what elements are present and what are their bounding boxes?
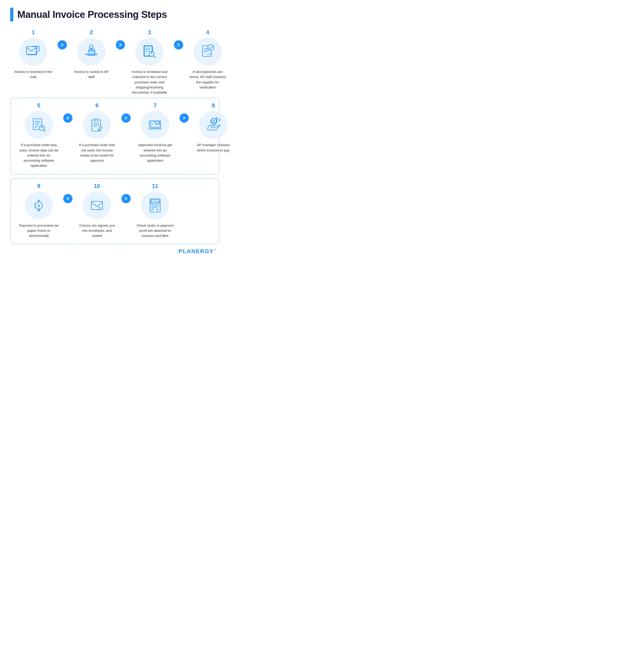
step-icon-circle-11: INVOICE $	[141, 191, 169, 220]
svg-rect-40	[95, 119, 98, 121]
step-number-3: 3	[148, 29, 151, 36]
step-desc-9: Payment is processed via paper check or …	[19, 223, 59, 239]
step-desc-11: Check stubs or payment proof are attache…	[135, 223, 175, 239]
step-desc-8: AP manager chooses which invoices to pay	[194, 142, 230, 153]
step-icon-circle-8: $ $ + +	[199, 111, 227, 139]
step-icon-circle-4	[194, 38, 222, 66]
svg-point-28	[208, 45, 214, 51]
title-accent	[10, 7, 13, 21]
arrow-10	[120, 183, 132, 203]
arrow-6	[120, 102, 132, 123]
svg-text:$: $	[213, 119, 215, 123]
svg-line-70	[97, 210, 98, 211]
svg-text:$: $	[156, 208, 158, 211]
arrow-circle	[63, 114, 72, 123]
step-number-11: 11	[152, 183, 158, 189]
arrow-circle	[180, 114, 189, 123]
row-section-2: 5 If a purchase order was used, invoice …	[10, 98, 219, 174]
svg-text:$: $	[38, 204, 40, 208]
arrow-2	[114, 29, 127, 50]
step-icon-circle-3	[135, 38, 164, 66]
step-number-2: 2	[90, 29, 93, 36]
step-icon-circle-7	[141, 111, 169, 139]
arrow-circle	[121, 194, 131, 203]
arrow-circle	[121, 114, 131, 123]
step-10: 10 Checks are signed, put into envelopes…	[74, 183, 120, 239]
step-desc-5: If a purchase order was used, invoice da…	[19, 142, 59, 168]
step-number-6: 6	[96, 102, 99, 109]
row-section-3: 9 $ Payment is processed via paper check…	[10, 178, 219, 245]
branding: PLANERGY™	[10, 248, 219, 255]
step-number-10: 10	[94, 183, 100, 189]
step-number-9: 9	[37, 183, 40, 189]
step-desc-2: Invoice is routed to AP staff	[72, 69, 111, 80]
step-1: 1 Invoice is received in the mail	[10, 29, 56, 80]
svg-line-21	[153, 56, 155, 58]
step-desc-1: Invoice is received in the mail	[14, 69, 53, 80]
step-number-4: 4	[206, 29, 209, 36]
step-desc-7: Approved invoices get entered into an ac…	[135, 142, 175, 163]
svg-point-13	[89, 45, 93, 48]
row-section-1: 1 Invoice is received in the mail 2	[10, 29, 219, 95]
arrow-7	[178, 102, 190, 123]
step-3: 3 Invoice is reviewed and matched to the…	[127, 29, 172, 95]
step-icon-circle-2	[77, 38, 105, 66]
step-9: 9 $ Payment is processed via paper check…	[16, 183, 62, 239]
step-7: 7 Approved invoices get entered into an …	[132, 102, 178, 163]
arrow-5	[62, 102, 74, 123]
step-number-1: 1	[32, 29, 35, 36]
arrow-9	[62, 183, 74, 203]
step-icon-circle-6	[83, 111, 111, 139]
svg-rect-10	[89, 49, 95, 54]
svg-rect-5	[27, 47, 36, 54]
step-5: 5 If a purchase order was used, invoice …	[16, 102, 62, 168]
step-2: 2 Invoice is routed to AP staff	[68, 29, 114, 80]
step-desc-10: Checks are signed, put into envelopes, a…	[77, 223, 117, 239]
step-6: 6 If a purchase order was not used, the …	[74, 102, 120, 163]
arrow-circle	[174, 40, 183, 50]
page-title: Manual Invoice Processing Steps	[17, 9, 167, 20]
step-icon-circle-1	[19, 38, 47, 66]
step-11: 11 INVOICE $ Check stubs or payment proo…	[132, 183, 178, 239]
step-desc-6: If a purchase order was not used, the in…	[77, 142, 117, 163]
svg-line-36	[44, 130, 46, 132]
step-number-7: 7	[154, 102, 157, 109]
rows-container: 1 Invoice is received in the mail 2	[10, 29, 219, 244]
step-number-5: 5	[37, 102, 40, 109]
arrow-circle	[116, 40, 125, 50]
arrow-circle	[63, 194, 72, 203]
arrow-1	[56, 29, 68, 50]
step-desc-3: Invoice is reviewed and matched to the c…	[130, 69, 169, 95]
step-icon-circle-10	[83, 191, 111, 220]
svg-text:INVOICE: INVOICE	[150, 201, 160, 203]
brand-name: PLANERGY™	[179, 248, 217, 255]
arrow-3	[172, 29, 185, 50]
svg-text:+: +	[219, 119, 220, 121]
step-icon-circle-9: $	[25, 191, 53, 220]
step-number-8: 8	[212, 102, 215, 109]
step-desc-4: If discrepancies are found, AP staff con…	[188, 69, 228, 90]
arrow-circle	[58, 40, 67, 50]
step-8: 8 $ $ + + AP manager chooses which invoi…	[190, 102, 230, 153]
step-4: 4 If discrepancies are found, AP staff c…	[185, 29, 230, 90]
page-title-container: Manual Invoice Processing Steps	[10, 7, 219, 21]
svg-rect-68	[91, 201, 103, 209]
svg-text:+: +	[216, 118, 217, 120]
step-icon-circle-5	[25, 111, 53, 139]
